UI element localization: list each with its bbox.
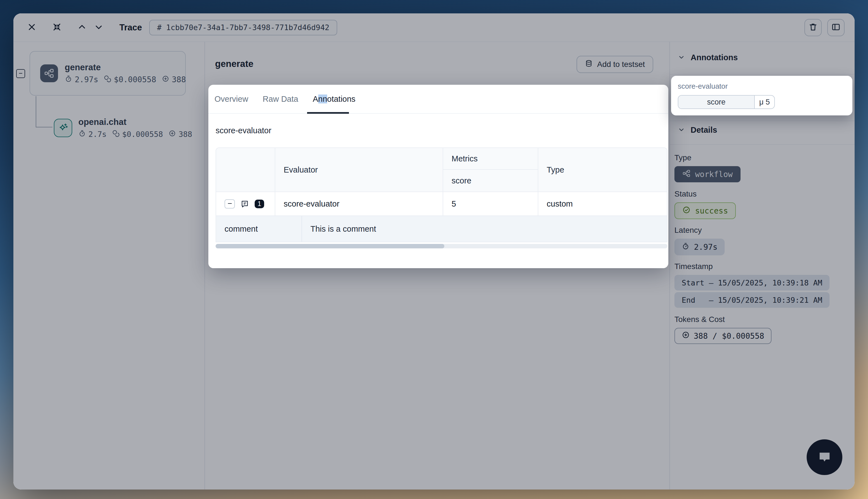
annotation-metric-pill[interactable]: score μ 5 <box>678 95 775 109</box>
horizontal-scrollbar[interactable] <box>216 244 667 248</box>
annotations-table: Evaluator Metrics score Type <box>216 147 667 242</box>
tab-overview[interactable]: Overview <box>215 95 248 104</box>
header-tools-cell <box>216 148 275 192</box>
active-tab-indicator <box>307 112 349 114</box>
annotations-tab-card: Overview Raw Data Annotations score-eval… <box>208 85 668 268</box>
comment-key: comment <box>216 216 302 242</box>
cell-evaluator: score-evaluator <box>275 192 443 216</box>
cell-type: custom <box>538 192 666 216</box>
trace-modal: Trace # 1cbb70e7-34a1-7bb7-3498-771b7d46… <box>13 13 855 489</box>
comment-row: comment This is a comment <box>216 216 667 242</box>
cell-score: 5 <box>443 192 538 216</box>
comment-icon[interactable] <box>240 199 249 208</box>
annotation-evaluator-label: score-evaluator <box>678 82 852 90</box>
annotations-content: score-evaluator Evaluator Metrics score … <box>208 114 668 248</box>
tab-annotations-pre: A <box>313 95 318 104</box>
header-metrics: Metrics <box>443 148 538 170</box>
table-row: 1 score-evaluator 5 custom <box>216 192 667 216</box>
scrollbar-thumb[interactable] <box>216 244 444 248</box>
header-type: Type <box>538 148 666 192</box>
tab-annotations-selection: nn <box>318 95 327 104</box>
header-evaluator: Evaluator <box>275 148 443 192</box>
metric-name[interactable]: score <box>678 96 755 108</box>
tab-raw-data[interactable]: Raw Data <box>263 95 298 104</box>
tab-bar: Overview Raw Data Annotations <box>208 85 668 114</box>
metric-mean-value: μ 5 <box>755 96 774 108</box>
annotation-score-card: score-evaluator score μ 5 <box>671 76 852 115</box>
header-metrics-group: Metrics score <box>443 148 538 192</box>
evaluator-section-title: score-evaluator <box>216 126 661 135</box>
row-tools-cell: 1 <box>216 192 275 216</box>
comment-count-badge[interactable]: 1 <box>255 199 264 208</box>
trace-viewer-page: { "topbar": { "trace_label": "Trace", "t… <box>0 0 868 499</box>
header-metric-score: score <box>443 170 538 192</box>
table-header: Evaluator Metrics score Type <box>216 148 667 192</box>
collapse-row-button[interactable] <box>225 199 235 208</box>
comment-value: This is a comment <box>302 216 667 242</box>
minus-icon <box>227 200 233 207</box>
tab-annotations[interactable]: Annotations <box>313 95 355 104</box>
tab-annotations-post: otations <box>327 95 355 104</box>
